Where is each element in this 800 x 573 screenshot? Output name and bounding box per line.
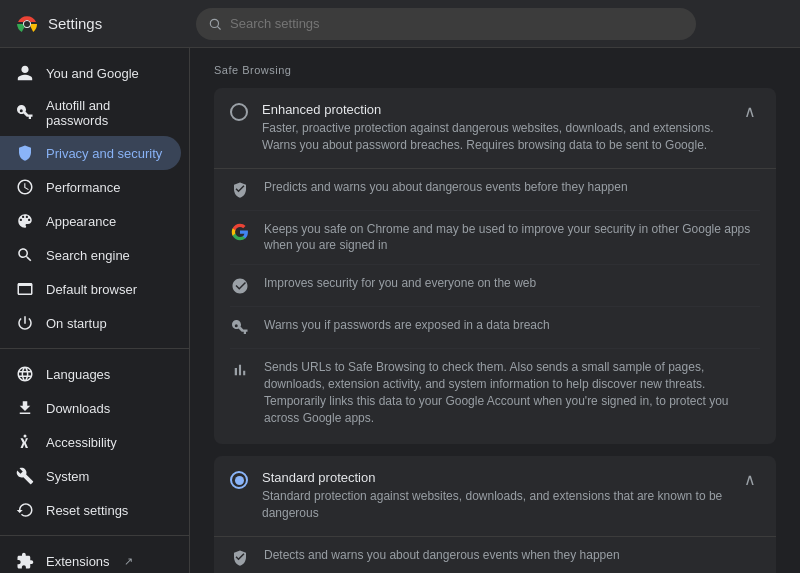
sidebar-item-label: Appearance xyxy=(46,214,116,229)
enhanced-protection-header[interactable]: Enhanced protection Faster, proactive pr… xyxy=(214,88,776,168)
standard-protection-header[interactable]: Standard protection Standard protection … xyxy=(214,456,776,536)
sidebar-item-system[interactable]: System xyxy=(0,459,181,493)
enhanced-chevron-icon[interactable]: ∧ xyxy=(740,102,760,121)
google-icon xyxy=(230,222,250,242)
standard-radio[interactable] xyxy=(230,471,248,489)
shield-check-icon xyxy=(230,548,250,568)
shield-check-icon xyxy=(230,180,250,200)
external-link-icon: ↗ xyxy=(124,555,133,568)
sidebar: You and Google Autofill and passwords Pr… xyxy=(0,48,190,573)
sidebar-item-appearance[interactable]: Appearance xyxy=(0,204,181,238)
sidebar-divider-1 xyxy=(0,348,189,349)
person-icon xyxy=(16,64,34,82)
section-label: Safe Browsing xyxy=(214,64,776,76)
wrench-icon xyxy=(16,467,34,485)
sidebar-item-accessibility[interactable]: Accessibility xyxy=(0,425,181,459)
feature-item: Predicts and warns you about dangerous e… xyxy=(230,169,760,211)
sidebar-item-label: Downloads xyxy=(46,401,110,416)
sidebar-item-search-engine[interactable]: Search engine xyxy=(0,238,181,272)
sidebar-item-label: Search engine xyxy=(46,248,130,263)
sidebar-item-label: Extensions xyxy=(46,554,110,569)
power-icon xyxy=(16,314,34,332)
topbar: Settings xyxy=(0,0,800,48)
enhanced-radio[interactable] xyxy=(230,103,248,121)
feature-text: Sends URLs to Safe Browsing to check the… xyxy=(264,359,760,426)
download-icon xyxy=(16,399,34,417)
app-title-area: Settings xyxy=(16,13,196,35)
gauge-icon xyxy=(16,178,34,196)
standard-chevron-icon[interactable]: ∧ xyxy=(740,470,760,489)
sidebar-item-label: You and Google xyxy=(46,66,139,81)
browser-icon xyxy=(16,280,34,298)
svg-point-4 xyxy=(24,435,27,438)
sidebar-item-languages[interactable]: Languages xyxy=(0,357,181,391)
sidebar-item-downloads[interactable]: Downloads xyxy=(0,391,181,425)
standard-desc: Standard protection against websites, do… xyxy=(262,488,726,522)
feature-item: Sends URLs to Safe Browsing to check the… xyxy=(230,349,760,436)
bar-chart-icon xyxy=(230,360,250,380)
radio-inner xyxy=(235,476,244,485)
reset-icon xyxy=(16,501,34,519)
sidebar-item-on-startup[interactable]: On startup xyxy=(0,306,181,340)
enhanced-card-body: Predicts and warns you about dangerous e… xyxy=(214,168,776,445)
svg-line-3 xyxy=(218,26,221,29)
sidebar-item-label: Default browser xyxy=(46,282,137,297)
standard-title: Standard protection xyxy=(262,470,726,485)
sidebar-item-privacy[interactable]: Privacy and security xyxy=(0,136,181,170)
sidebar-item-default-browser[interactable]: Default browser xyxy=(0,272,181,306)
standard-protection-card: Standard protection Standard protection … xyxy=(214,456,776,573)
sidebar-item-you-and-google[interactable]: You and Google xyxy=(0,56,181,90)
sidebar-item-label: Languages xyxy=(46,367,110,382)
globe-icon xyxy=(16,365,34,383)
feature-text: Keeps you safe on Chrome and may be used… xyxy=(264,221,760,255)
sidebar-item-label: Autofill and passwords xyxy=(46,98,165,128)
sidebar-item-autofill[interactable]: Autofill and passwords xyxy=(0,90,181,136)
feature-item: Warns you if passwords are exposed in a … xyxy=(230,307,760,349)
sidebar-item-reset[interactable]: Reset settings xyxy=(0,493,181,527)
app-title: Settings xyxy=(48,15,102,32)
key-warn-icon xyxy=(230,318,250,338)
main-content: Safe Browsing Enhanced protection Faster… xyxy=(190,48,800,573)
svg-point-1 xyxy=(24,21,30,27)
sidebar-item-label: Accessibility xyxy=(46,435,117,450)
feature-text: Detects and warns you about dangerous ev… xyxy=(264,547,620,564)
key-icon xyxy=(16,104,34,122)
sidebar-item-label: Reset settings xyxy=(46,503,128,518)
main-layout: You and Google Autofill and passwords Pr… xyxy=(0,48,800,573)
sidebar-item-label: Performance xyxy=(46,180,120,195)
accessibility-icon xyxy=(16,433,34,451)
search-bar[interactable] xyxy=(196,8,696,40)
feature-text: Predicts and warns you about dangerous e… xyxy=(264,179,628,196)
sidebar-divider-2 xyxy=(0,535,189,536)
sidebar-item-label: System xyxy=(46,469,89,484)
feature-item: Keeps you safe on Chrome and may be used… xyxy=(230,211,760,266)
chrome-logo-icon xyxy=(16,13,38,35)
enhanced-desc: Faster, proactive protection against dan… xyxy=(262,120,726,154)
extensions-icon xyxy=(16,552,34,570)
search-icon xyxy=(16,246,34,264)
palette-icon xyxy=(16,212,34,230)
feature-text: Improves security for you and everyone o… xyxy=(264,275,536,292)
sidebar-item-label: Privacy and security xyxy=(46,146,162,161)
globe-check-icon xyxy=(230,276,250,296)
shield-icon xyxy=(16,144,34,162)
standard-title-area: Standard protection Standard protection … xyxy=(262,470,726,522)
search-input[interactable] xyxy=(230,16,684,31)
feature-text: Warns you if passwords are exposed in a … xyxy=(264,317,550,334)
sidebar-item-performance[interactable]: Performance xyxy=(0,170,181,204)
feature-item: Improves security for you and everyone o… xyxy=(230,265,760,307)
sidebar-item-extensions[interactable]: Extensions ↗ xyxy=(0,544,181,573)
enhanced-protection-card: Enhanced protection Faster, proactive pr… xyxy=(214,88,776,444)
feature-item: Detects and warns you about dangerous ev… xyxy=(230,537,760,573)
sidebar-item-label: On startup xyxy=(46,316,107,331)
search-icon xyxy=(208,17,222,31)
enhanced-title-area: Enhanced protection Faster, proactive pr… xyxy=(262,102,726,154)
enhanced-title: Enhanced protection xyxy=(262,102,726,117)
standard-card-body: Detects and warns you about dangerous ev… xyxy=(214,536,776,573)
